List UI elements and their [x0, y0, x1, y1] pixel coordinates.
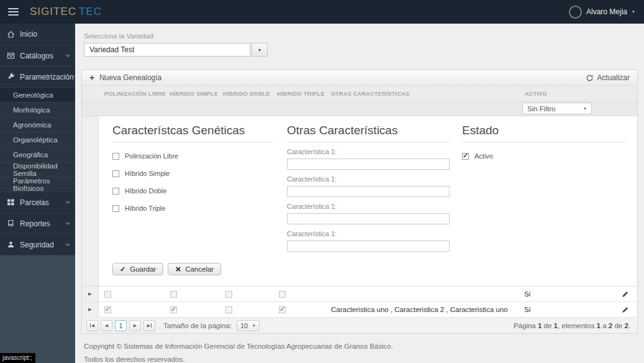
polinizacion-libre-cell-checkbox [104, 306, 111, 313]
edit-form: Característcas Genéticas Polinización Li… [82, 116, 637, 287]
grid-toolbar: + Nueva Genealogía Actualizar [82, 70, 637, 86]
prev-page-button[interactable]: ◀ [101, 320, 112, 331]
user-name: Alvaro Mejia [586, 7, 627, 16]
sidebar-item-parametrizacion[interactable]: Parametrización [0, 66, 75, 87]
footer: Copyright © Sistemas de Información Gere… [84, 342, 644, 363]
checkbox-row: Híbrido Triple [112, 204, 273, 212]
sidebar-item-seguridad[interactable]: Seguridad [0, 234, 75, 255]
menu-toggle-icon[interactable] [8, 8, 19, 16]
sidebar-item-reportes[interactable]: Reportes [0, 213, 75, 234]
sidebar-subitem-geografica[interactable]: Geográfica [0, 147, 75, 162]
table-row: ▶ Caracteristica uno , Caracteristica 2 … [82, 302, 637, 318]
variety-select[interactable]: Variedad Test [84, 43, 250, 57]
checkbox-label: Híbrido Doble [125, 187, 166, 195]
sidebar-item-inicio[interactable]: Inicio [0, 24, 75, 45]
otras-cell: Caracteristica uno , Caracteristica 2 , … [331, 306, 507, 313]
caracteristica-input-3[interactable] [287, 213, 450, 224]
field-label: Característica 1: [287, 203, 450, 210]
otras-section: Otras Características Característica 1: … [287, 124, 450, 252]
activo-filter-select[interactable]: Sin Filtro ▼ [522, 103, 592, 114]
catalog-icon [7, 52, 16, 60]
main-content: Seleccione la Variedad: Variedad Test ▼ … [75, 24, 644, 363]
field-label: Característica 1: [287, 175, 450, 183]
chevron-down-icon: ▼ [632, 10, 635, 14]
polinizacion-libre-checkbox[interactable] [112, 153, 119, 160]
grid-icon [7, 198, 16, 206]
column-header: ACTIVO [525, 91, 547, 97]
otras-title: Otras Características [287, 124, 450, 142]
sidebar-subitem-disponibilidad-semilla[interactable]: Disponibilidad Semilla [0, 162, 75, 177]
polinizacion-libre-cell-checkbox [104, 291, 111, 298]
caracteristica-input-1[interactable] [287, 159, 450, 170]
close-icon: × [175, 264, 181, 273]
estado-title: Estado [462, 124, 625, 142]
hibrido-simple-cell-checkbox [170, 291, 177, 298]
next-page-button[interactable]: ▶ [129, 320, 141, 331]
row-expander-icon[interactable]: ▶ [82, 287, 99, 301]
checkbox-row: Híbrido Simple [112, 170, 273, 177]
sidebar-subitem-agronomica[interactable]: Agronómica [0, 117, 75, 132]
grid-pager: ◀ ◀ 1 ▶ ▶ Tamaño de la página: 10 ▼ Pági… [82, 318, 637, 333]
refresh-button[interactable]: Actualizar [586, 73, 630, 82]
caracteristica-input-4[interactable] [287, 241, 450, 252]
sidebar-subitem-parametros-biofisicos[interactable]: Parámetros Biofísicos [0, 177, 75, 191]
activo-cell: Si [524, 306, 530, 313]
caret-right-icon: ▶ [134, 323, 137, 328]
form-buttons: ✓ Guardar × Cancelar [112, 263, 221, 275]
rights-text: Todos los derechos reservados. [84, 356, 644, 363]
caracteristica-field: Característica 1: [287, 230, 450, 252]
chevron-down-icon: ▼ [583, 107, 587, 111]
edit-pencil-icon[interactable] [622, 290, 629, 298]
hibrido-triple-checkbox[interactable] [112, 205, 119, 212]
sidebar-item-label: Inicio [20, 30, 37, 39]
caret-right-icon: ▶ [147, 323, 150, 328]
brand-secondary: TEC [79, 6, 102, 17]
checkbox-row: Activo [462, 152, 625, 160]
subitem-label: Parámetros Biofísicos [13, 177, 75, 192]
home-icon [7, 30, 16, 39]
copyright-text: Copyright © Sistemas de Información Gere… [84, 342, 644, 350]
sidebar-item-label: Seguridad [20, 241, 54, 249]
sidebar-item-parcelas[interactable]: Parcelas [0, 191, 75, 213]
checkbox-label: Híbrido Triple [125, 204, 165, 212]
variety-dropdown-button[interactable]: ▼ [252, 43, 268, 57]
caret-left-icon: ◀ [105, 323, 108, 328]
variety-value: Variedad Test [89, 45, 134, 54]
edit-pencil-icon[interactable] [622, 306, 629, 313]
sidebar-item-label: Parametrización [20, 73, 74, 81]
first-page-button[interactable]: ◀ [86, 320, 98, 331]
save-button[interactable]: ✓ Guardar [112, 263, 163, 275]
page-size-select[interactable]: 10 ▼ [237, 320, 260, 331]
hibrido-simple-cell-checkbox [170, 306, 177, 313]
column-header: HÍBRIDO DOBLE [223, 91, 270, 97]
column-header: OTRAS CARACTERÍSTICAS [331, 91, 409, 97]
activo-checkbox[interactable] [462, 153, 469, 160]
sidebar-subitem-morfologica[interactable]: Morfológica [0, 102, 75, 117]
hibrido-doble-checkbox[interactable] [112, 188, 119, 195]
hibrido-simple-checkbox[interactable] [112, 170, 119, 177]
subitem-label: Morfológica [13, 106, 50, 114]
check-icon: ✓ [120, 266, 125, 273]
row-expander-icon[interactable]: ▶ [82, 302, 99, 317]
caracteristica-input-2[interactable] [287, 186, 450, 197]
page-number-button[interactable]: 1 [115, 320, 127, 331]
chevron-down-icon [65, 201, 70, 204]
filter-value: Sin Filtro [527, 105, 555, 113]
user-menu[interactable]: Alvaro Mejia ▼ [569, 6, 635, 19]
checkbox-label: Polinización Libre [125, 152, 178, 160]
sidebar-subitem-organoleptica[interactable]: Organoléptica [0, 132, 75, 147]
page-size-label: Tamaño de la página: [163, 322, 232, 329]
grid-header-row: POLINIZACIÓN LIBRE HÍBRIDO SIMPLE HÍBRID… [82, 86, 637, 101]
sidebar-item-label: Reportes [20, 219, 50, 228]
new-genealogy-button[interactable]: + Nueva Genealogía [89, 73, 161, 82]
sidebar-item-catalogos[interactable]: Catálogos [0, 45, 75, 66]
cancel-button[interactable]: × Cancelar [168, 263, 221, 275]
column-header: HÍBRIDO SIMPLE [170, 91, 218, 97]
refresh-icon [586, 75, 593, 81]
sidebar-subitem-geneologica[interactable]: Geneológica [0, 87, 75, 102]
page-size-value: 10 [240, 322, 248, 329]
subitem-label: Disponibilidad Semilla [13, 162, 75, 177]
last-page-button[interactable]: ▶ [143, 320, 155, 331]
hibrido-triple-cell-checkbox [279, 291, 286, 298]
brand-primary: SIGITEC [30, 6, 76, 17]
